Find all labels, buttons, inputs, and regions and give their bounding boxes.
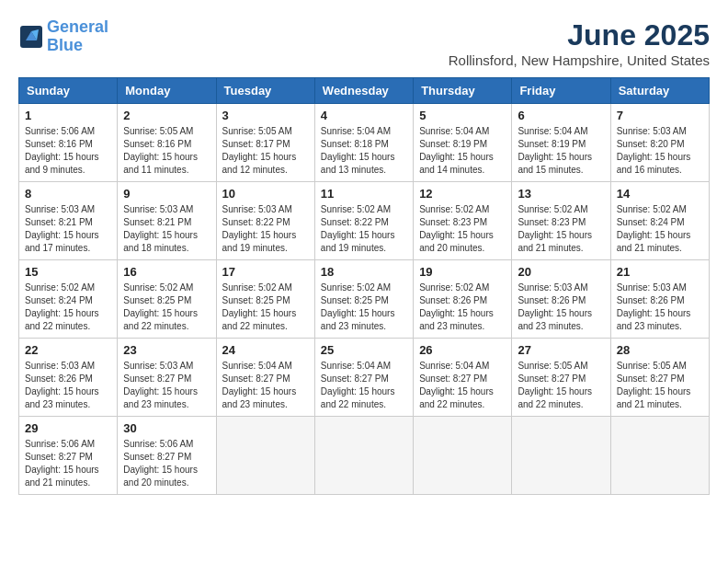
day-number: 27 <box>518 343 604 357</box>
day-info: Sunrise: 5:02 AMSunset: 8:22 PMDaylight:… <box>321 203 407 255</box>
day-number: 26 <box>419 343 506 357</box>
calendar-cell: 22Sunrise: 5:03 AMSunset: 8:26 PMDayligh… <box>19 339 118 417</box>
day-info: Sunrise: 5:05 AMSunset: 8:27 PMDaylight:… <box>518 360 604 411</box>
day-number: 25 <box>321 343 407 357</box>
day-number: 18 <box>321 265 407 279</box>
calendar-cell: 10Sunrise: 5:03 AMSunset: 8:22 PMDayligh… <box>216 182 314 260</box>
calendar-cell: 13Sunrise: 5:02 AMSunset: 8:23 PMDayligh… <box>512 182 610 260</box>
day-info: Sunrise: 5:02 AMSunset: 8:23 PMDaylight:… <box>518 203 604 255</box>
month-title: June 2025 <box>449 18 710 52</box>
day-info: Sunrise: 5:05 AMSunset: 8:16 PMDaylight:… <box>123 125 210 177</box>
calendar-cell: 27Sunrise: 5:05 AMSunset: 8:27 PMDayligh… <box>512 339 610 417</box>
day-number: 7 <box>617 109 703 122</box>
day-number: 9 <box>123 187 210 201</box>
calendar-cell: 19Sunrise: 5:02 AMSunset: 8:26 PMDayligh… <box>414 260 512 339</box>
day-info: Sunrise: 5:05 AMSunset: 8:17 PMDaylight:… <box>222 125 309 177</box>
day-info: Sunrise: 5:02 AMSunset: 8:25 PMDaylight:… <box>222 282 309 333</box>
day-info: Sunrise: 5:04 AMSunset: 8:18 PMDaylight:… <box>321 125 407 177</box>
day-number: 19 <box>419 265 506 279</box>
calendar-cell: 15Sunrise: 5:02 AMSunset: 8:24 PMDayligh… <box>19 260 118 339</box>
weekday-header-row: SundayMondayTuesdayWednesdayThursdayFrid… <box>19 78 710 104</box>
calendar-cell <box>610 417 709 495</box>
weekday-header-sunday: Sunday <box>19 78 118 104</box>
calendar-cell: 16Sunrise: 5:02 AMSunset: 8:25 PMDayligh… <box>118 260 216 339</box>
day-number: 15 <box>25 265 111 279</box>
day-number: 8 <box>25 187 111 201</box>
day-info: Sunrise: 5:03 AMSunset: 8:27 PMDaylight:… <box>123 360 210 411</box>
day-info: Sunrise: 5:02 AMSunset: 8:24 PMDaylight:… <box>25 282 111 333</box>
logo: General Blue <box>18 18 108 55</box>
day-number: 10 <box>222 187 309 201</box>
calendar-table: SundayMondayTuesdayWednesdayThursdayFrid… <box>18 77 710 495</box>
calendar-cell: 1Sunrise: 5:06 AMSunset: 8:16 PMDaylight… <box>19 104 118 182</box>
calendar-cell <box>314 417 413 495</box>
calendar-cell: 14Sunrise: 5:02 AMSunset: 8:24 PMDayligh… <box>610 182 709 260</box>
day-number: 20 <box>518 265 604 279</box>
week-row-3: 15Sunrise: 5:02 AMSunset: 8:24 PMDayligh… <box>19 260 710 339</box>
day-info: Sunrise: 5:03 AMSunset: 8:20 PMDaylight:… <box>617 125 703 177</box>
day-info: Sunrise: 5:03 AMSunset: 8:26 PMDaylight:… <box>25 360 111 411</box>
day-info: Sunrise: 5:04 AMSunset: 8:27 PMDaylight:… <box>419 360 506 411</box>
day-number: 12 <box>419 187 506 201</box>
weekday-header-friday: Friday <box>512 78 610 104</box>
calendar-cell: 3Sunrise: 5:05 AMSunset: 8:17 PMDaylight… <box>216 104 314 182</box>
day-number: 2 <box>123 109 210 122</box>
calendar-cell: 24Sunrise: 5:04 AMSunset: 8:27 PMDayligh… <box>216 339 314 417</box>
week-row-4: 22Sunrise: 5:03 AMSunset: 8:26 PMDayligh… <box>19 339 710 417</box>
day-number: 17 <box>222 265 309 279</box>
calendar-cell <box>216 417 314 495</box>
calendar-cell: 20Sunrise: 5:03 AMSunset: 8:26 PMDayligh… <box>512 260 610 339</box>
day-info: Sunrise: 5:04 AMSunset: 8:27 PMDaylight:… <box>321 360 407 411</box>
day-number: 22 <box>25 343 111 357</box>
weekday-header-saturday: Saturday <box>610 78 709 104</box>
calendar-cell: 9Sunrise: 5:03 AMSunset: 8:21 PMDaylight… <box>118 182 216 260</box>
location: Rollinsford, New Hampshire, United State… <box>449 52 710 68</box>
day-info: Sunrise: 5:02 AMSunset: 8:25 PMDaylight:… <box>123 282 210 333</box>
weekday-header-tuesday: Tuesday <box>216 78 314 104</box>
day-number: 21 <box>617 265 703 279</box>
calendar-cell: 21Sunrise: 5:03 AMSunset: 8:26 PMDayligh… <box>610 260 709 339</box>
day-info: Sunrise: 5:04 AMSunset: 8:27 PMDaylight:… <box>222 360 309 411</box>
logo-icon <box>18 24 44 50</box>
day-info: Sunrise: 5:03 AMSunset: 8:21 PMDaylight:… <box>25 203 111 255</box>
calendar-cell <box>512 417 610 495</box>
day-number: 24 <box>222 343 309 357</box>
calendar-cell: 6Sunrise: 5:04 AMSunset: 8:19 PMDaylight… <box>512 104 610 182</box>
day-number: 5 <box>419 109 506 122</box>
week-row-1: 1Sunrise: 5:06 AMSunset: 8:16 PMDaylight… <box>19 104 710 182</box>
day-info: Sunrise: 5:03 AMSunset: 8:21 PMDaylight:… <box>123 203 210 255</box>
weekday-header-monday: Monday <box>118 78 216 104</box>
calendar-cell: 5Sunrise: 5:04 AMSunset: 8:19 PMDaylight… <box>414 104 512 182</box>
day-number: 1 <box>25 109 111 122</box>
day-info: Sunrise: 5:03 AMSunset: 8:26 PMDaylight:… <box>617 282 703 333</box>
day-number: 29 <box>25 421 111 435</box>
day-info: Sunrise: 5:05 AMSunset: 8:27 PMDaylight:… <box>617 360 703 411</box>
day-info: Sunrise: 5:02 AMSunset: 8:26 PMDaylight:… <box>419 282 506 333</box>
day-info: Sunrise: 5:02 AMSunset: 8:24 PMDaylight:… <box>617 203 703 255</box>
calendar-cell: 29Sunrise: 5:06 AMSunset: 8:27 PMDayligh… <box>19 417 118 495</box>
day-number: 30 <box>123 421 210 435</box>
logo-general: General <box>47 17 108 36</box>
calendar-cell: 12Sunrise: 5:02 AMSunset: 8:23 PMDayligh… <box>414 182 512 260</box>
day-number: 28 <box>617 343 703 357</box>
day-number: 6 <box>518 109 604 122</box>
day-info: Sunrise: 5:03 AMSunset: 8:26 PMDaylight:… <box>518 282 604 333</box>
day-info: Sunrise: 5:02 AMSunset: 8:23 PMDaylight:… <box>419 203 506 255</box>
calendar-cell: 30Sunrise: 5:06 AMSunset: 8:27 PMDayligh… <box>118 417 216 495</box>
day-info: Sunrise: 5:03 AMSunset: 8:22 PMDaylight:… <box>222 203 309 255</box>
calendar-cell <box>414 417 512 495</box>
calendar-cell: 17Sunrise: 5:02 AMSunset: 8:25 PMDayligh… <box>216 260 314 339</box>
weekday-header-wednesday: Wednesday <box>314 78 413 104</box>
calendar-cell: 25Sunrise: 5:04 AMSunset: 8:27 PMDayligh… <box>314 339 413 417</box>
week-row-2: 8Sunrise: 5:03 AMSunset: 8:21 PMDaylight… <box>19 182 710 260</box>
day-info: Sunrise: 5:06 AMSunset: 8:27 PMDaylight:… <box>123 438 210 489</box>
weekday-header-thursday: Thursday <box>414 78 512 104</box>
calendar-cell: 7Sunrise: 5:03 AMSunset: 8:20 PMDaylight… <box>610 104 709 182</box>
day-number: 16 <box>123 265 210 279</box>
calendar-cell: 23Sunrise: 5:03 AMSunset: 8:27 PMDayligh… <box>118 339 216 417</box>
day-number: 14 <box>617 187 703 201</box>
calendar-cell: 28Sunrise: 5:05 AMSunset: 8:27 PMDayligh… <box>610 339 709 417</box>
day-number: 23 <box>123 343 210 357</box>
day-info: Sunrise: 5:06 AMSunset: 8:16 PMDaylight:… <box>25 125 111 177</box>
calendar-cell: 11Sunrise: 5:02 AMSunset: 8:22 PMDayligh… <box>314 182 413 260</box>
